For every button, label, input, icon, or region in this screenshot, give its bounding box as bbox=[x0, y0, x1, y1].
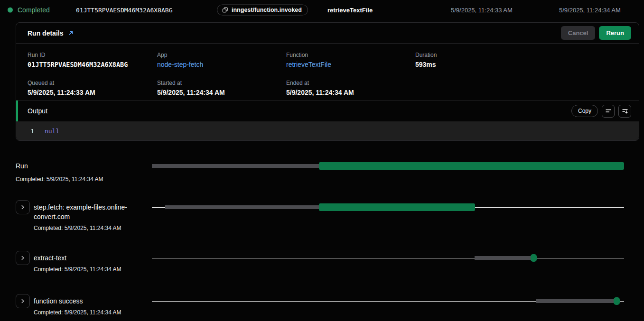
expand-step-button[interactable] bbox=[16, 294, 30, 308]
output-accent-bar bbox=[16, 101, 18, 121]
timeline-row-text: function success Completed: 5/9/2025, 11… bbox=[34, 296, 121, 316]
timeline-queued-bar bbox=[165, 205, 319, 209]
wrap-text-button[interactable] bbox=[602, 105, 615, 118]
cancel-button[interactable]: Cancel bbox=[561, 26, 596, 40]
pretty-print-button[interactable] bbox=[618, 105, 631, 118]
step-completed-time: Completed: 5/9/2025, 11:24:34 AM bbox=[34, 309, 121, 316]
field-function: Function retrieveTextFile bbox=[286, 52, 415, 73]
chevron-right-icon bbox=[20, 204, 26, 210]
timeline-row-text: step.fetch: example-files.online-convert… bbox=[34, 202, 147, 232]
field-run-id: Run ID 01JTT5RPVAESDM46M32A6X8ABG bbox=[28, 52, 157, 73]
run-details-actions: Cancel Rerun bbox=[561, 26, 631, 40]
timeline-row-text: Run Completed: 5/9/2025, 11:24:34 AM bbox=[16, 161, 103, 183]
timeline-row-label: Run Completed: 5/9/2025, 11:24:34 AM bbox=[16, 161, 152, 183]
timeline-row: step.fetch: example-files.online-convert… bbox=[0, 200, 644, 232]
top-run-id: 01JTT5RPVAESDM46M32A6X8ABG bbox=[76, 7, 173, 14]
step-completed-time: Completed: 5/9/2025, 11:24:34 AM bbox=[16, 175, 103, 183]
timeline-queued-bar bbox=[475, 256, 532, 260]
timeline-row-label: function success Completed: 5/9/2025, 11… bbox=[16, 294, 152, 316]
timeline-row: Run Completed: 5/9/2025, 11:24:34 AM bbox=[0, 161, 644, 183]
chevron-right-icon bbox=[20, 255, 26, 261]
output-code-editor[interactable]: 1 null bbox=[16, 121, 639, 140]
timeline-baseline bbox=[152, 258, 624, 258]
output-actions: Copy bbox=[571, 105, 631, 118]
run-details-title: Run details bbox=[28, 29, 63, 37]
pretty-print-icon bbox=[622, 108, 628, 114]
field-label: Run ID bbox=[28, 52, 157, 58]
arrow-up-right-icon[interactable] bbox=[68, 30, 74, 36]
top-started-timestamp: 5/9/2025, 11:24:34 AM bbox=[559, 7, 621, 14]
field-value: 5/9/2025, 11:24:34 AM bbox=[286, 89, 415, 96]
app-link[interactable]: node-step-fetch bbox=[157, 61, 286, 68]
field-value: 01JTT5RPVAESDM46M32A6X8ABG bbox=[28, 61, 157, 68]
field-value: 5/9/2025, 11:24:33 AM bbox=[28, 89, 157, 96]
timeline-duration-bar bbox=[614, 297, 620, 305]
rerun-button[interactable]: Rerun bbox=[599, 26, 631, 40]
field-ended-at: Ended at 5/9/2025, 11:24:34 AM bbox=[286, 80, 415, 101]
copy-output-button[interactable]: Copy bbox=[571, 105, 598, 117]
event-name-badge[interactable]: inngest/function.invoked bbox=[217, 5, 308, 16]
event-name-label: inngest/function.invoked bbox=[232, 7, 302, 13]
field-label: App bbox=[157, 52, 286, 58]
timeline-track bbox=[152, 200, 624, 214]
expand-step-button[interactable] bbox=[16, 251, 30, 265]
function-link[interactable]: retrieveTextFile bbox=[286, 61, 415, 68]
code-line-number: 1 bbox=[16, 128, 45, 135]
wrap-text-icon bbox=[605, 108, 612, 114]
expand-step-button[interactable] bbox=[16, 200, 30, 214]
field-label: Started at bbox=[157, 80, 286, 86]
timeline-track bbox=[152, 251, 624, 265]
step-name: function success bbox=[34, 296, 121, 306]
top-bar: Completed 01JTT5RPVAESDM46M32A6X8ABG inn… bbox=[0, 0, 644, 20]
timeline-queued-bar bbox=[536, 299, 615, 303]
timeline-duration-bar bbox=[319, 203, 475, 211]
output-title: Output bbox=[28, 107, 47, 115]
step-name: extract-text bbox=[34, 253, 121, 263]
field-app: App node-step-fetch bbox=[157, 52, 286, 73]
run-status: Completed bbox=[18, 6, 50, 14]
timeline-queued-bar bbox=[152, 164, 319, 168]
step-name: Run bbox=[16, 161, 103, 171]
field-label: Duration bbox=[415, 52, 627, 58]
timeline-track bbox=[152, 161, 624, 171]
run-timeline: Run Completed: 5/9/2025, 11:24:34 AM ste… bbox=[0, 161, 644, 316]
timeline-row-label: step.fetch: example-files.online-convert… bbox=[16, 200, 152, 232]
run-details-grid: Run ID 01JTT5RPVAESDM46M32A6X8ABG App no… bbox=[16, 44, 639, 100]
status-dot-icon bbox=[8, 8, 13, 13]
timeline-track bbox=[152, 294, 624, 308]
run-details-card: Run details Cancel Rerun Run ID 01JTT5RP… bbox=[16, 22, 639, 141]
field-queued-at: Queued at 5/9/2025, 11:24:33 AM bbox=[28, 80, 157, 101]
output-header: Output Copy bbox=[16, 100, 639, 121]
timeline-row: function success Completed: 5/9/2025, 11… bbox=[0, 294, 644, 316]
run-details-header: Run details Cancel Rerun bbox=[16, 23, 639, 44]
step-name: step.fetch: example-files.online-convert… bbox=[34, 202, 147, 221]
code-content: null bbox=[45, 128, 59, 135]
timeline-duration-bar bbox=[531, 254, 537, 262]
field-label: Queued at bbox=[28, 80, 157, 86]
copy-icon bbox=[222, 7, 228, 13]
field-value: 5/9/2025, 11:24:34 AM bbox=[157, 89, 286, 96]
top-function-name: retrieveTextFile bbox=[327, 7, 373, 14]
step-completed-time: Completed: 5/9/2025, 11:24:34 AM bbox=[34, 224, 147, 232]
field-value: 593ms bbox=[415, 61, 627, 68]
timeline-duration-bar bbox=[319, 162, 624, 170]
field-started-at: Started at 5/9/2025, 11:24:34 AM bbox=[157, 80, 286, 101]
field-duration: Duration 593ms bbox=[415, 52, 627, 73]
timeline-row-label: extract-text Completed: 5/9/2025, 11:24:… bbox=[16, 251, 152, 273]
top-queued-timestamp: 5/9/2025, 11:24:33 AM bbox=[451, 7, 513, 14]
step-completed-time: Completed: 5/9/2025, 11:24:34 AM bbox=[34, 266, 121, 273]
chevron-right-icon bbox=[20, 298, 26, 304]
field-label: Function bbox=[286, 52, 415, 58]
timeline-row: extract-text Completed: 5/9/2025, 11:24:… bbox=[0, 251, 644, 273]
field-label: Ended at bbox=[286, 80, 415, 86]
timeline-row-text: extract-text Completed: 5/9/2025, 11:24:… bbox=[34, 253, 121, 273]
